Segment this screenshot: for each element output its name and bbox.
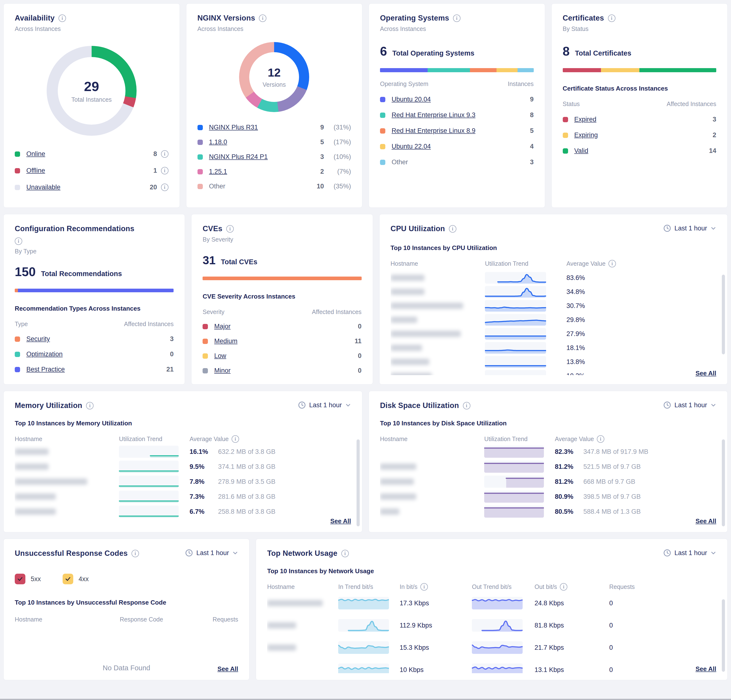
disk-row[interactable]: 80.5%588.4 MB of 1.3 GB: [380, 504, 716, 519]
info-icon[interactable]: i: [226, 225, 234, 233]
cpu-row[interactable]: 29.8%: [390, 313, 716, 327]
os-link[interactable]: Ubuntu 22.04: [392, 143, 431, 150]
memory-row[interactable]: 7.8%278.9 MB of 3.5 GB: [15, 474, 351, 489]
info-icon[interactable]: i: [453, 15, 461, 22]
checkbox-5xx-checked[interactable]: [15, 574, 25, 584]
best-practice-link[interactable]: Best Practice: [26, 366, 65, 373]
disk-row[interactable]: 81.2%668 MB of 9.7 GB: [380, 474, 716, 489]
expiring-link[interactable]: Expiring: [574, 132, 598, 139]
expired-link[interactable]: Expired: [574, 116, 597, 123]
section-title: Top 10 Instances by CPU Utilization: [390, 244, 716, 252]
disk-row[interactable]: 82.3%347.8 MB of 917.9 MB: [380, 444, 716, 459]
nginx-versions-donut-chart[interactable]: 12 Versions: [239, 42, 309, 112]
online-link[interactable]: Online: [26, 150, 45, 158]
memory-row[interactable]: 16.1%632.2 MB of 3.8 GB: [15, 444, 351, 459]
version-link[interactable]: NGINX Plus R31: [209, 124, 258, 131]
info-icon[interactable]: i: [449, 225, 457, 233]
severity-row: Minor 0: [203, 367, 361, 374]
checkbox-4xx-checked[interactable]: [63, 574, 73, 584]
info-icon[interactable]: i: [597, 435, 604, 443]
memory-pct: 16.1%: [189, 448, 218, 455]
offline-link[interactable]: Offline: [26, 167, 45, 174]
time-range-selector[interactable]: Last 1 hour: [663, 401, 716, 409]
availability-donut-chart[interactable]: 29 Total Instances: [47, 46, 137, 136]
scrollbar[interactable]: [722, 599, 725, 672]
card-subtitle: Across Instances: [380, 25, 534, 32]
info-icon[interactable]: i: [232, 435, 239, 443]
cves-card: CVEs i By Severity 31 Total CVEs CVE Sev…: [191, 214, 373, 385]
cpu-sparkline: [485, 356, 546, 368]
minor-link[interactable]: Minor: [214, 367, 230, 374]
os-link[interactable]: Red Hat Enterprise Linux 8.9: [392, 127, 476, 135]
security-link[interactable]: Security: [26, 335, 50, 343]
cpu-row[interactable]: 30.7%: [390, 299, 716, 313]
scrollbar[interactable]: [722, 439, 725, 526]
medium-link[interactable]: Medium: [214, 337, 237, 345]
memory-detail: 258.8 MB of 3.8 GB: [218, 508, 275, 515]
see-all-link[interactable]: See All: [217, 665, 238, 673]
version-link[interactable]: 1.25.1: [209, 168, 227, 175]
time-range-selector[interactable]: Last 1 hour: [185, 549, 238, 557]
scrollbar[interactable]: [357, 439, 360, 526]
network-row[interactable]: 112.9 Kbps 81.8 Kbps 0: [267, 616, 716, 635]
unavailable-link[interactable]: Unavailable: [26, 184, 60, 191]
valid-link[interactable]: Valid: [574, 147, 589, 155]
expired-count: 3: [713, 116, 716, 123]
memory-row[interactable]: 7.3%281.6 MB of 3.8 GB: [15, 489, 351, 504]
see-all-link[interactable]: See All: [696, 369, 716, 377]
cpu-row[interactable]: 10.3%: [390, 369, 716, 375]
filter-5xx[interactable]: 5xx: [15, 574, 41, 584]
card-subtitle: By Severity: [203, 236, 361, 243]
info-icon[interactable]: i: [560, 583, 567, 590]
filter-4xx[interactable]: 4xx: [63, 574, 89, 584]
clock-icon: [298, 401, 306, 409]
info-icon[interactable]: i: [341, 550, 349, 557]
info-icon[interactable]: i: [86, 402, 94, 409]
cpu-row[interactable]: 34.8%: [390, 285, 716, 299]
memory-row[interactable]: 9.5%374.1 MB of 3.8 GB: [15, 459, 351, 474]
col-in: In bit/si: [399, 583, 461, 590]
info-icon[interactable]: i: [420, 583, 428, 590]
info-icon[interactable]: i: [59, 15, 66, 22]
os-row: Ubuntu 20.04 9: [380, 96, 534, 103]
time-range-selector[interactable]: Last 1 hour: [663, 224, 716, 232]
cpu-row[interactable]: 18.1%: [390, 341, 716, 355]
version-dot: [198, 154, 203, 160]
cpu-row[interactable]: 13.8%: [390, 355, 716, 369]
cpu-sparkline: [485, 342, 546, 354]
info-icon[interactable]: i: [132, 550, 139, 557]
version-link[interactable]: NGINX Plus R24 P1: [209, 153, 268, 161]
network-row[interactable]: 10 Kbps 13.1 Kbps 0: [267, 660, 716, 673]
legend-row: 1.18.0 5(17%): [198, 138, 351, 146]
major-link[interactable]: Major: [214, 323, 230, 330]
info-icon[interactable]: i: [161, 150, 169, 158]
info-icon[interactable]: i: [259, 15, 266, 22]
time-range-selector[interactable]: Last 1 hour: [298, 401, 351, 409]
info-icon[interactable]: i: [161, 184, 169, 191]
optimization-link[interactable]: Optimization: [26, 350, 63, 358]
disk-row[interactable]: 80.9%398.5 MB of 9.7 GB: [380, 489, 716, 504]
see-all-link[interactable]: See All: [696, 517, 716, 525]
scrollbar[interactable]: [722, 275, 725, 354]
severity-row: Medium 11: [203, 337, 361, 345]
version-link[interactable]: 1.18.0: [209, 138, 227, 146]
col-response-code: Response Code: [120, 616, 186, 623]
info-icon[interactable]: i: [608, 260, 616, 267]
cpu-row[interactable]: 27.9%: [390, 327, 716, 341]
info-icon[interactable]: i: [608, 15, 615, 22]
os-link[interactable]: Red Hat Enterprise Linux 9.3: [392, 111, 476, 119]
info-icon[interactable]: i: [161, 167, 169, 174]
time-range-selector[interactable]: Last 1 hour: [663, 549, 716, 557]
see-all-link[interactable]: See All: [696, 665, 716, 673]
disk-row[interactable]: 81.2%521.5 MB of 9.7 GB: [380, 459, 716, 474]
see-all-link[interactable]: See All: [330, 517, 351, 525]
low-link[interactable]: Low: [214, 352, 226, 360]
cpu-avg-value: 34.8%: [567, 288, 716, 296]
network-row[interactable]: 17.3 Kbps 24.8 Kbps 0: [267, 593, 716, 613]
os-link[interactable]: Ubuntu 20.04: [392, 96, 431, 103]
network-row[interactable]: 15.3 Kbps 21.7 Kbps 0: [267, 638, 716, 657]
memory-row[interactable]: 6.7%258.8 MB of 3.8 GB: [15, 504, 351, 519]
info-icon[interactable]: i: [15, 237, 22, 245]
cpu-row[interactable]: 83.6%: [390, 271, 716, 285]
info-icon[interactable]: i: [463, 402, 470, 409]
